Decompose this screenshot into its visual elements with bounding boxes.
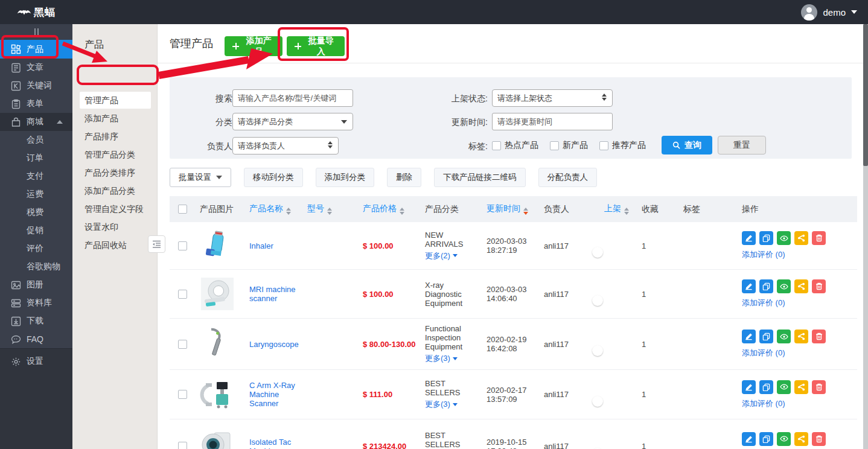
share-button[interactable] bbox=[794, 279, 808, 293]
update-time-input[interactable] bbox=[492, 113, 613, 130]
panel-collapse-button[interactable] bbox=[148, 235, 165, 253]
more-categories-link[interactable]: 更多(2) bbox=[425, 250, 458, 261]
edit-button[interactable] bbox=[742, 330, 756, 343]
sidebar-item-products[interactable]: 产品 bbox=[0, 40, 72, 59]
category-select[interactable]: 请选择产品分类 bbox=[232, 113, 353, 130]
row-checkbox[interactable] bbox=[178, 241, 187, 250]
delete-button[interactable]: 删除 bbox=[387, 168, 421, 187]
view-button[interactable] bbox=[777, 279, 791, 293]
tag-checkbox-new[interactable]: 新产品 bbox=[550, 140, 588, 151]
product-name-link[interactable]: Laryngoscope bbox=[249, 340, 299, 349]
sidebar-item-articles[interactable]: 文章 bbox=[0, 59, 72, 77]
product-name-link[interactable]: C Arm X-Ray Machine Scanner bbox=[249, 381, 295, 408]
delete-row-button[interactable] bbox=[812, 432, 826, 446]
add-review-link[interactable]: 添加评价 (0) bbox=[742, 348, 785, 358]
product-thumbnail-ct[interactable] bbox=[200, 429, 235, 449]
panel-item-category-sort[interactable]: 产品分类排序 bbox=[80, 164, 151, 181]
share-button[interactable] bbox=[794, 231, 808, 245]
more-categories-link[interactable]: 更多(3) bbox=[425, 399, 458, 410]
view-button[interactable] bbox=[777, 432, 791, 446]
tag-checkbox-recommended[interactable]: 推荐产品 bbox=[599, 140, 646, 151]
edit-button[interactable] bbox=[742, 279, 756, 293]
sidebar-item-gallery[interactable]: 图册 bbox=[0, 276, 72, 294]
row-checkbox[interactable] bbox=[178, 390, 187, 399]
view-button[interactable] bbox=[777, 330, 791, 343]
add-product-button[interactable]: 添加产品 bbox=[225, 36, 282, 56]
share-button[interactable] bbox=[794, 330, 808, 343]
sidebar-item-orders[interactable]: 订单 bbox=[0, 149, 72, 167]
page-scrollbar-thumb[interactable] bbox=[863, 24, 868, 166]
sidebar-item-reviews[interactable]: 评价 bbox=[0, 240, 72, 258]
add-review-link[interactable]: 添加评价 (0) bbox=[742, 298, 785, 308]
row-checkbox[interactable] bbox=[178, 442, 187, 449]
sidebar-item-keywords[interactable]: 关键词 bbox=[0, 77, 72, 95]
sidebar-item-forms[interactable]: 表单 bbox=[0, 95, 72, 113]
sidebar-collapse-handle[interactable] bbox=[0, 24, 72, 40]
sidebar-item-mall[interactable]: 商城 bbox=[0, 113, 72, 131]
bulk-import-button[interactable]: 批量导入 bbox=[287, 36, 345, 56]
edit-button[interactable] bbox=[742, 231, 756, 245]
user-menu[interactable]: demo bbox=[801, 0, 857, 24]
product-thumbnail-c-arm[interactable] bbox=[200, 377, 235, 412]
sidebar-item-members[interactable]: 会员 bbox=[0, 131, 72, 149]
select-all-checkbox[interactable] bbox=[178, 205, 187, 214]
add-review-link[interactable]: 添加评价 (0) bbox=[742, 249, 785, 260]
view-button[interactable] bbox=[777, 231, 791, 245]
delete-row-button[interactable] bbox=[812, 231, 826, 245]
copy-button[interactable] bbox=[759, 330, 773, 343]
sidebar-item-library[interactable]: 资料库 bbox=[0, 294, 72, 312]
panel-item-manage-categories[interactable]: 管理产品分类 bbox=[80, 146, 151, 163]
sidebar-item-faq[interactable]: FAQ bbox=[0, 330, 72, 348]
edit-button[interactable] bbox=[742, 380, 756, 394]
bulk-settings-button[interactable]: 批量设置 bbox=[170, 168, 231, 187]
product-name-link[interactable]: Isolated Tac Machine bbox=[249, 438, 291, 449]
row-checkbox[interactable] bbox=[178, 290, 187, 299]
product-name-link[interactable]: MRI machine scanner bbox=[249, 285, 296, 303]
product-name-link[interactable]: Inhaler bbox=[249, 241, 273, 250]
owner-select[interactable]: 请选择负责人 bbox=[232, 137, 339, 154]
delete-row-button[interactable] bbox=[812, 279, 826, 293]
reset-button[interactable]: 重置 bbox=[718, 136, 766, 154]
row-checkbox[interactable] bbox=[178, 340, 187, 349]
edit-button[interactable] bbox=[742, 432, 756, 446]
panel-item-product-sort[interactable]: 产品排序 bbox=[80, 128, 151, 145]
panel-item-manage-products[interactable]: 管理产品 bbox=[80, 92, 151, 109]
download-qr-button[interactable]: 下载产品链接二维码 bbox=[434, 168, 526, 187]
share-button[interactable] bbox=[794, 380, 808, 394]
col-header-update-time[interactable]: 更新时间 bbox=[487, 203, 544, 215]
copy-button[interactable] bbox=[759, 279, 773, 293]
product-thumbnail-laryngoscope[interactable] bbox=[200, 326, 235, 361]
col-header-price[interactable]: 产品价格 bbox=[363, 203, 425, 215]
sidebar-item-shipping[interactable]: 运费 bbox=[0, 185, 72, 203]
sidebar-item-downloads[interactable]: 下载 bbox=[0, 312, 72, 330]
product-thumbnail-mri[interactable] bbox=[200, 276, 235, 311]
share-button[interactable] bbox=[794, 432, 808, 446]
move-to-category-button[interactable]: 移动到分类 bbox=[244, 168, 303, 187]
search-input[interactable] bbox=[232, 89, 353, 107]
copy-button[interactable] bbox=[759, 231, 773, 245]
query-button[interactable]: 查询 bbox=[662, 136, 712, 154]
assign-owner-button[interactable]: 分配负责人 bbox=[538, 168, 598, 187]
product-thumbnail-inhaler[interactable] bbox=[200, 228, 235, 263]
panel-item-recycle-bin[interactable]: 产品回收站 bbox=[80, 237, 151, 253]
add-to-category-button[interactable]: 添加到分类 bbox=[316, 168, 375, 187]
copy-button[interactable] bbox=[759, 432, 773, 446]
sidebar-item-google-shopping[interactable]: 谷歌购物 bbox=[0, 258, 72, 276]
col-header-name[interactable]: 产品名称 bbox=[249, 203, 307, 215]
sidebar-item-tax[interactable]: 税费 bbox=[0, 203, 72, 221]
tag-checkbox-hot[interactable]: 热点产品 bbox=[492, 140, 538, 151]
sidebar-item-settings[interactable]: 设置 bbox=[0, 352, 72, 371]
sidebar-item-payments[interactable]: 支付 bbox=[0, 167, 72, 185]
panel-item-watermark[interactable]: 设置水印 bbox=[80, 218, 151, 235]
panel-item-add-product[interactable]: 添加产品 bbox=[80, 110, 151, 127]
add-review-link[interactable]: 添加评价 (0) bbox=[742, 398, 785, 409]
col-header-on-shelf[interactable]: 上架 bbox=[604, 203, 642, 215]
panel-item-custom-fields[interactable]: 管理自定义字段 bbox=[80, 200, 151, 217]
status-select[interactable]: 请选择上架状态 bbox=[492, 89, 613, 107]
more-categories-link[interactable]: 更多(3) bbox=[425, 353, 458, 364]
copy-button[interactable] bbox=[759, 380, 773, 394]
delete-row-button[interactable] bbox=[812, 380, 826, 394]
panel-item-add-category[interactable]: 添加产品分类 bbox=[80, 182, 151, 199]
delete-row-button[interactable] bbox=[812, 330, 826, 343]
view-button[interactable] bbox=[777, 380, 791, 394]
